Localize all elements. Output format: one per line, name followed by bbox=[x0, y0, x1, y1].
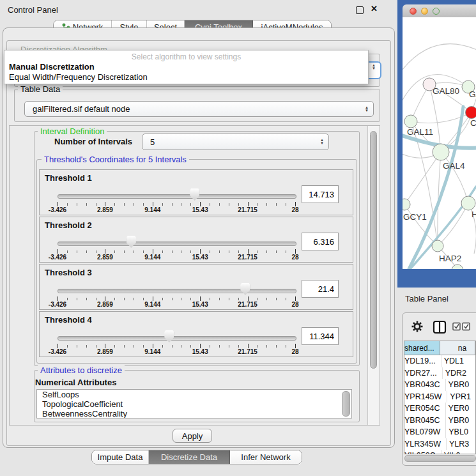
slider-tick-label: 15.43 bbox=[192, 348, 208, 355]
slider-tick bbox=[200, 249, 201, 254]
slider-tick bbox=[86, 345, 87, 348]
node-label: GCY1 bbox=[403, 212, 427, 222]
table-cell[interactable]: YDR27... bbox=[404, 367, 443, 380]
slider-handle[interactable] bbox=[164, 330, 174, 342]
table-cell[interactable]: YIL0 bbox=[441, 450, 475, 454]
node-label: GAL11 bbox=[407, 127, 433, 137]
table-row[interactable]: YBR043CYBR0 bbox=[404, 379, 475, 391]
slider-tick-label: 15.43 bbox=[192, 206, 208, 213]
table-cell[interactable]: YBR0 bbox=[446, 379, 475, 391]
chevron-up-down-icon: ▲▼ bbox=[316, 139, 328, 145]
table-cell[interactable]: YBR043C bbox=[404, 379, 446, 391]
table-cell[interactable]: YBL079W bbox=[404, 426, 446, 438]
table-row[interactable]: YDR27...YDR2 bbox=[404, 367, 475, 380]
slider-track[interactable] bbox=[58, 289, 296, 293]
network-node[interactable] bbox=[466, 107, 476, 119]
table-cell[interactable]: YBL0 bbox=[446, 426, 475, 438]
network-view-window: GAL80GACGAL11GAL4GCY1HHAP2 bbox=[397, 0, 476, 288]
network-node[interactable] bbox=[404, 115, 417, 128]
close-icon[interactable]: ✕ bbox=[371, 4, 378, 13]
node-label: GA bbox=[469, 89, 476, 99]
table-row[interactable]: YER054CYER0 bbox=[404, 403, 475, 415]
table-cell[interactable]: YDR2 bbox=[443, 367, 475, 380]
attributes-group-title: Attributes to discretize bbox=[38, 365, 125, 375]
threshold-value-input[interactable] bbox=[302, 327, 339, 345]
slider-tick bbox=[257, 345, 257, 348]
threshold-value-input[interactable] bbox=[302, 233, 339, 250]
table-cell[interactable]: YIL052C bbox=[404, 450, 441, 454]
table-horizontal-scrollbar[interactable] bbox=[404, 455, 476, 462]
table-row[interactable]: YBL079WYBL0 bbox=[404, 426, 475, 438]
slider-tick-label: -3.426 bbox=[49, 348, 66, 355]
table-row[interactable]: YIL052CYIL0 bbox=[404, 450, 475, 454]
attribute-list-item[interactable]: BetweennessCentrality bbox=[37, 409, 351, 418]
float-window-icon[interactable] bbox=[356, 6, 364, 14]
slider-tick bbox=[67, 345, 68, 348]
slider-track[interactable] bbox=[58, 194, 296, 199]
table-cell[interactable]: YLR345W bbox=[404, 438, 447, 450]
table-cell[interactable]: YBR0 bbox=[446, 415, 475, 427]
attribute-list-item[interactable]: SelfLoops bbox=[37, 390, 351, 399]
table-row[interactable]: YPR145WYPR1 bbox=[404, 391, 475, 403]
table-row[interactable]: YLR345WYLR3 bbox=[404, 438, 475, 450]
column-header-1[interactable]: shared... bbox=[404, 341, 440, 355]
number-of-intervals-combobox[interactable]: 5 ▲▼ bbox=[142, 134, 329, 150]
network-node[interactable] bbox=[433, 144, 449, 160]
network-node[interactable] bbox=[432, 240, 443, 252]
table-data-combobox[interactable]: galFiltered.sif default node ▲▼ bbox=[24, 101, 374, 117]
slider-tick bbox=[295, 344, 296, 348]
tab-label: Infer Network bbox=[241, 452, 290, 462]
threshold-value-input[interactable] bbox=[302, 185, 339, 203]
algorithm-option-2[interactable]: Equal Width/Frequency Discretization bbox=[4, 72, 368, 82]
threshold-value-input[interactable] bbox=[302, 280, 339, 298]
split-view-icon[interactable] bbox=[432, 319, 447, 335]
bottom-tab-discretize-data[interactable]: Discretize Data bbox=[149, 450, 230, 464]
apply-button[interactable]: Apply bbox=[173, 429, 212, 443]
column-header-2[interactable]: na bbox=[440, 341, 475, 355]
table-cell[interactable]: YLR3 bbox=[447, 438, 475, 450]
slider-tick-label: 9.144 bbox=[144, 301, 160, 308]
checkbox-columns-icon[interactable] bbox=[452, 322, 474, 331]
table-cell[interactable]: YBR045C bbox=[404, 415, 446, 427]
slider-track[interactable] bbox=[58, 336, 296, 341]
traffic-light-red-icon[interactable] bbox=[410, 8, 417, 15]
attribute-list-item[interactable]: TopologicalCoefficient bbox=[37, 399, 351, 409]
table-row[interactable]: YBR045CYBR0 bbox=[404, 415, 475, 427]
slider-tick bbox=[58, 202, 58, 206]
slider-handle[interactable] bbox=[240, 283, 250, 295]
algorithm-option-1[interactable]: Manual Discretization bbox=[4, 62, 368, 72]
network-node[interactable] bbox=[403, 199, 410, 210]
network-canvas[interactable]: GAL80GACGAL11GAL4GCY1HHAP2 bbox=[403, 17, 476, 269]
threshold-2-box: Threshold 2-3.4262.8599.14415.4321.71528 bbox=[39, 217, 353, 263]
node-attribute-table[interactable]: shared...na YDL19...YDL1YDR27...YDR2YBR0… bbox=[404, 341, 476, 454]
list-scrollbar-thumb[interactable] bbox=[342, 391, 350, 417]
slider-handle[interactable] bbox=[127, 236, 136, 248]
table-cell[interactable]: YER0 bbox=[446, 403, 475, 415]
slider-handle[interactable] bbox=[190, 188, 199, 201]
slider-tick bbox=[257, 298, 257, 300]
slider-tick bbox=[77, 250, 77, 253]
table-cell[interactable]: YER054C bbox=[404, 403, 446, 415]
scrollbar-thumb[interactable] bbox=[370, 131, 377, 369]
network-graph[interactable]: GAL80GACGAL11GAL4GCY1HHAP2 bbox=[403, 17, 476, 269]
chevron-up-down-icon: ▲▼ bbox=[367, 64, 380, 70]
gear-icon[interactable] bbox=[410, 319, 424, 334]
slider-tick bbox=[162, 298, 163, 300]
settings-vertical-scrollbar[interactable] bbox=[367, 126, 380, 425]
table-cell[interactable]: YDL19... bbox=[404, 355, 441, 367]
slider-tick bbox=[181, 203, 181, 206]
table-row[interactable]: YDL19...YDL1 bbox=[404, 355, 475, 367]
table-cell[interactable]: YPR1 bbox=[447, 391, 475, 403]
network-node[interactable] bbox=[461, 196, 475, 210]
slider-tick bbox=[124, 250, 125, 253]
table-cell[interactable]: YDL1 bbox=[441, 355, 475, 367]
network-node[interactable] bbox=[452, 265, 463, 269]
table-cell[interactable]: YPR145W bbox=[404, 391, 447, 403]
bottom-tab-impute-data[interactable]: Impute Data bbox=[92, 450, 149, 464]
slider-track[interactable] bbox=[58, 242, 296, 246]
numerical-attributes-list[interactable]: SelfLoopsTopologicalCoefficientBetweenne… bbox=[36, 389, 352, 418]
control-panel-titlebar: Control Panel ✕ bbox=[0, 0, 396, 18]
traffic-light-yellow-icon[interactable] bbox=[421, 8, 428, 15]
bottom-tab-infer-network[interactable]: Infer Network bbox=[230, 450, 302, 464]
traffic-light-green-icon[interactable] bbox=[433, 8, 440, 15]
